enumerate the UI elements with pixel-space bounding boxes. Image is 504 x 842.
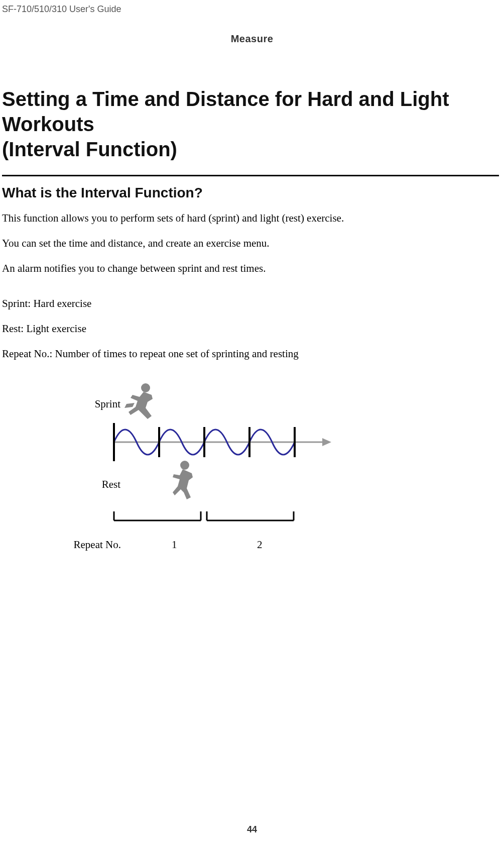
svg-point-0: [141, 383, 150, 392]
paragraph: An alarm notifies you to change between …: [2, 262, 266, 275]
page-title: Setting a Time and Distance for Hard and…: [2, 86, 494, 162]
rest-label: Rest: [85, 478, 120, 491]
title-line-2: (Interval Function): [2, 138, 177, 160]
svg-marker-3: [322, 438, 331, 446]
repeat-number-2: 2: [257, 539, 263, 551]
interval-diagram: Sprint Rest Repeat No. 1 2: [75, 382, 402, 578]
sprint-label: Sprint: [85, 398, 120, 410]
paragraph: This function allows you to perform sets…: [2, 212, 344, 225]
sub-heading: What is the Interval Function?: [2, 185, 203, 201]
paragraph: Sprint: Hard exercise: [2, 297, 91, 310]
paragraph: Rest: Light exercise: [2, 323, 86, 335]
divider: [2, 175, 499, 176]
header-label: SF-710/510/310 User's Guide: [2, 4, 121, 15]
repeat-brackets: [111, 511, 295, 522]
paragraph: Repeat No.: Number of times to repeat on…: [2, 348, 299, 360]
section-label: Measure: [0, 33, 504, 45]
repeat-label: Repeat No.: [69, 539, 121, 551]
repeat-number-1: 1: [172, 539, 177, 551]
wave-diagram: [111, 412, 332, 472]
page-number: 44: [0, 824, 504, 835]
title-line-1: Setting a Time and Distance for Hard and…: [2, 88, 449, 135]
paragraph: You can set the time and distance, and c…: [2, 237, 270, 250]
